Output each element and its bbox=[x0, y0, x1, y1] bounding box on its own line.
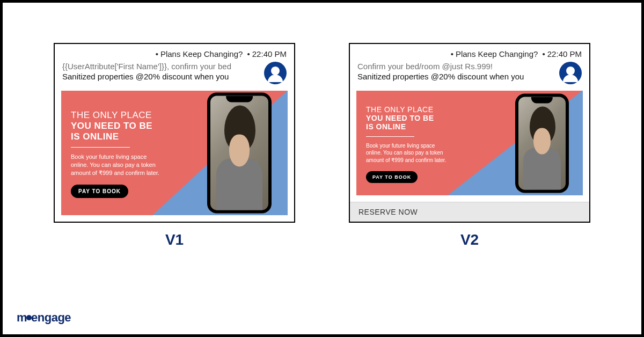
meta-title: Plans Keep Changing? bbox=[160, 49, 243, 58]
notification-meta: •Plans Keep Changing? •22:40 PM bbox=[357, 49, 582, 58]
creative-copy: Book your future living space online. Yo… bbox=[366, 142, 447, 164]
notification-card-v1: •Plans Keep Changing? •22:40 PM {{UserAt… bbox=[54, 43, 295, 223]
variant-col-v2: •Plans Keep Changing? •22:40 PM Confirm … bbox=[349, 43, 590, 248]
variant-label-v2: V2 bbox=[460, 231, 479, 248]
phone-mock bbox=[207, 93, 272, 214]
person-illustration bbox=[210, 96, 268, 210]
creative-banner: THE ONLY PLACE YOU NEED TO BE IS ONLINE … bbox=[61, 91, 288, 215]
notification-title-row: Confirm your bed/room @just Rs.999! Sani… bbox=[357, 62, 582, 84]
notification-header: •Plans Keep Changing? •22:40 PM {{UserAt… bbox=[55, 44, 294, 87]
notification-body: Sanitized properties @20% discount when … bbox=[62, 72, 261, 81]
avatar-icon bbox=[264, 62, 287, 84]
variant-row: •Plans Keep Changing? •22:40 PM {{UserAt… bbox=[54, 43, 590, 248]
notification-title-row: {{UserAttribute['First Name']}}, confirm… bbox=[62, 62, 287, 84]
notification-title: {{UserAttribute['First Name']}}, confirm… bbox=[62, 62, 261, 71]
notification-card-v2: •Plans Keep Changing? •22:40 PM Confirm … bbox=[349, 43, 590, 223]
meta-time: 22:40 PM bbox=[547, 49, 582, 58]
phone-screen bbox=[518, 97, 566, 189]
creative-rule bbox=[366, 136, 414, 137]
creative-rule bbox=[71, 147, 130, 148]
comparison-frame: •Plans Keep Changing? •22:40 PM {{UserAt… bbox=[0, 0, 644, 337]
phone-mock bbox=[515, 93, 569, 193]
pay-to-book-button[interactable]: PAY TO BOOK bbox=[366, 171, 418, 183]
pay-to-book-button[interactable]: PAY TO BOOK bbox=[71, 185, 128, 198]
phone-screen bbox=[210, 96, 268, 210]
brand-o-dot bbox=[26, 315, 32, 320]
meta-title: Plans Keep Changing? bbox=[456, 49, 538, 58]
brand-logo: mengage bbox=[17, 311, 71, 325]
notification-title-col: Confirm your bed/room @just Rs.999! Sani… bbox=[357, 62, 556, 81]
notification-title: Confirm your bed/room @just Rs.999! bbox=[357, 62, 556, 71]
person-illustration bbox=[518, 97, 566, 189]
creative-copy: Book your future living space online. Yo… bbox=[71, 153, 162, 177]
notification-body: Sanitized properties @20% discount when … bbox=[357, 72, 556, 81]
notification-header: •Plans Keep Changing? •22:40 PM Confirm … bbox=[350, 44, 589, 87]
reserve-now-button[interactable]: RESERVE NOW bbox=[350, 202, 589, 222]
variant-col-v1: •Plans Keep Changing? •22:40 PM {{UserAt… bbox=[54, 43, 295, 248]
avatar-icon bbox=[559, 62, 582, 84]
variant-label-v1: V1 bbox=[165, 231, 184, 248]
meta-time: 22:40 PM bbox=[252, 49, 287, 58]
creative-banner: THE ONLY PLACE YOU NEED TO BE IS ONLINE … bbox=[356, 91, 583, 195]
notification-title-col: {{UserAttribute['First Name']}}, confirm… bbox=[62, 62, 261, 81]
notification-meta: •Plans Keep Changing? •22:40 PM bbox=[62, 49, 287, 58]
